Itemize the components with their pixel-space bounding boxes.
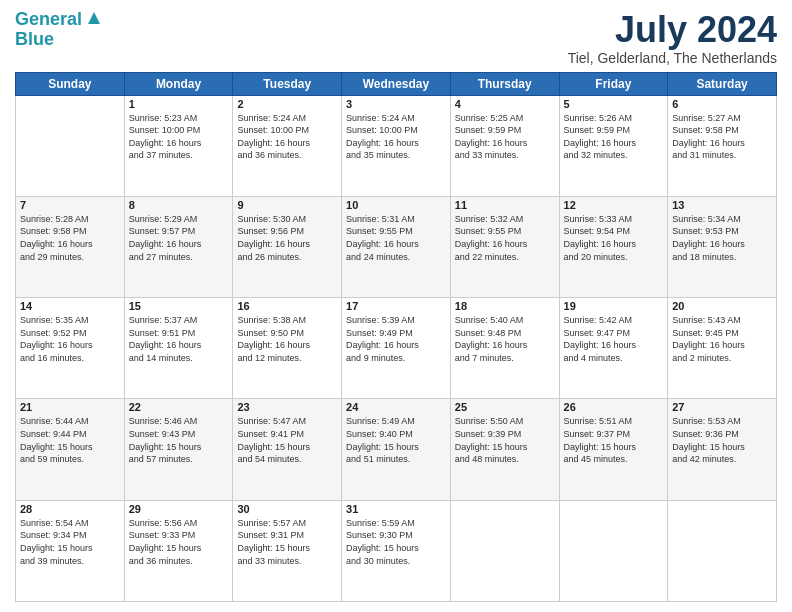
logo: General Blue [15, 10, 104, 50]
week-row-2: 7Sunrise: 5:28 AMSunset: 9:58 PMDaylight… [16, 196, 777, 297]
day-number: 6 [672, 98, 772, 110]
day-number: 25 [455, 401, 555, 413]
day-number: 16 [237, 300, 337, 312]
day-number: 1 [129, 98, 229, 110]
calendar-cell: 8Sunrise: 5:29 AMSunset: 9:57 PMDaylight… [124, 196, 233, 297]
calendar-cell: 1Sunrise: 5:23 AMSunset: 10:00 PMDayligh… [124, 95, 233, 196]
day-info: Sunrise: 5:50 AMSunset: 9:39 PMDaylight:… [455, 415, 555, 465]
calendar-cell: 29Sunrise: 5:56 AMSunset: 9:33 PMDayligh… [124, 500, 233, 601]
day-info: Sunrise: 5:51 AMSunset: 9:37 PMDaylight:… [564, 415, 664, 465]
calendar-cell: 16Sunrise: 5:38 AMSunset: 9:50 PMDayligh… [233, 298, 342, 399]
location: Tiel, Gelderland, The Netherlands [568, 50, 777, 66]
day-number: 29 [129, 503, 229, 515]
day-number: 7 [20, 199, 120, 211]
week-row-3: 14Sunrise: 5:35 AMSunset: 9:52 PMDayligh… [16, 298, 777, 399]
calendar-cell [668, 500, 777, 601]
day-number: 21 [20, 401, 120, 413]
day-number: 26 [564, 401, 664, 413]
calendar-cell: 31Sunrise: 5:59 AMSunset: 9:30 PMDayligh… [342, 500, 451, 601]
day-number: 18 [455, 300, 555, 312]
calendar-cell: 22Sunrise: 5:46 AMSunset: 9:43 PMDayligh… [124, 399, 233, 500]
day-info: Sunrise: 5:42 AMSunset: 9:47 PMDaylight:… [564, 314, 664, 364]
day-number: 23 [237, 401, 337, 413]
day-header-thursday: Thursday [450, 72, 559, 95]
calendar-cell: 5Sunrise: 5:26 AMSunset: 9:59 PMDaylight… [559, 95, 668, 196]
day-info: Sunrise: 5:47 AMSunset: 9:41 PMDaylight:… [237, 415, 337, 465]
calendar-cell: 13Sunrise: 5:34 AMSunset: 9:53 PMDayligh… [668, 196, 777, 297]
day-number: 15 [129, 300, 229, 312]
day-info: Sunrise: 5:33 AMSunset: 9:54 PMDaylight:… [564, 213, 664, 263]
day-number: 10 [346, 199, 446, 211]
day-header-wednesday: Wednesday [342, 72, 451, 95]
day-number: 5 [564, 98, 664, 110]
calendar-cell: 24Sunrise: 5:49 AMSunset: 9:40 PMDayligh… [342, 399, 451, 500]
calendar-table: SundayMondayTuesdayWednesdayThursdayFrid… [15, 72, 777, 602]
calendar-cell: 14Sunrise: 5:35 AMSunset: 9:52 PMDayligh… [16, 298, 125, 399]
day-number: 9 [237, 199, 337, 211]
day-info: Sunrise: 5:25 AMSunset: 9:59 PMDaylight:… [455, 112, 555, 162]
day-header-monday: Monday [124, 72, 233, 95]
day-info: Sunrise: 5:29 AMSunset: 9:57 PMDaylight:… [129, 213, 229, 263]
calendar-cell: 11Sunrise: 5:32 AMSunset: 9:55 PMDayligh… [450, 196, 559, 297]
month-title: July 2024 [568, 10, 777, 50]
calendar-cell [450, 500, 559, 601]
day-info: Sunrise: 5:23 AMSunset: 10:00 PMDaylight… [129, 112, 229, 162]
day-header-sunday: Sunday [16, 72, 125, 95]
week-row-1: 1Sunrise: 5:23 AMSunset: 10:00 PMDayligh… [16, 95, 777, 196]
day-info: Sunrise: 5:54 AMSunset: 9:34 PMDaylight:… [20, 517, 120, 567]
logo-blue-text: Blue [15, 30, 54, 50]
calendar-cell: 30Sunrise: 5:57 AMSunset: 9:31 PMDayligh… [233, 500, 342, 601]
calendar-cell: 21Sunrise: 5:44 AMSunset: 9:44 PMDayligh… [16, 399, 125, 500]
calendar-cell: 10Sunrise: 5:31 AMSunset: 9:55 PMDayligh… [342, 196, 451, 297]
day-info: Sunrise: 5:35 AMSunset: 9:52 PMDaylight:… [20, 314, 120, 364]
day-info: Sunrise: 5:49 AMSunset: 9:40 PMDaylight:… [346, 415, 446, 465]
day-info: Sunrise: 5:31 AMSunset: 9:55 PMDaylight:… [346, 213, 446, 263]
day-number: 24 [346, 401, 446, 413]
day-info: Sunrise: 5:46 AMSunset: 9:43 PMDaylight:… [129, 415, 229, 465]
calendar-cell: 4Sunrise: 5:25 AMSunset: 9:59 PMDaylight… [450, 95, 559, 196]
day-number: 27 [672, 401, 772, 413]
calendar-cell: 19Sunrise: 5:42 AMSunset: 9:47 PMDayligh… [559, 298, 668, 399]
day-info: Sunrise: 5:39 AMSunset: 9:49 PMDaylight:… [346, 314, 446, 364]
day-info: Sunrise: 5:30 AMSunset: 9:56 PMDaylight:… [237, 213, 337, 263]
day-header-saturday: Saturday [668, 72, 777, 95]
day-number: 13 [672, 199, 772, 211]
day-number: 28 [20, 503, 120, 515]
day-info: Sunrise: 5:59 AMSunset: 9:30 PMDaylight:… [346, 517, 446, 567]
day-info: Sunrise: 5:26 AMSunset: 9:59 PMDaylight:… [564, 112, 664, 162]
day-info: Sunrise: 5:43 AMSunset: 9:45 PMDaylight:… [672, 314, 772, 364]
calendar-cell [559, 500, 668, 601]
calendar-cell: 23Sunrise: 5:47 AMSunset: 9:41 PMDayligh… [233, 399, 342, 500]
day-number: 2 [237, 98, 337, 110]
day-info: Sunrise: 5:38 AMSunset: 9:50 PMDaylight:… [237, 314, 337, 364]
day-number: 12 [564, 199, 664, 211]
day-info: Sunrise: 5:40 AMSunset: 9:48 PMDaylight:… [455, 314, 555, 364]
week-row-4: 21Sunrise: 5:44 AMSunset: 9:44 PMDayligh… [16, 399, 777, 500]
day-header-tuesday: Tuesday [233, 72, 342, 95]
day-info: Sunrise: 5:57 AMSunset: 9:31 PMDaylight:… [237, 517, 337, 567]
day-number: 3 [346, 98, 446, 110]
calendar-cell: 2Sunrise: 5:24 AMSunset: 10:00 PMDayligh… [233, 95, 342, 196]
calendar-cell: 9Sunrise: 5:30 AMSunset: 9:56 PMDaylight… [233, 196, 342, 297]
day-number: 31 [346, 503, 446, 515]
day-info: Sunrise: 5:24 AMSunset: 10:00 PMDaylight… [237, 112, 337, 162]
svg-marker-0 [88, 12, 100, 24]
days-header-row: SundayMondayTuesdayWednesdayThursdayFrid… [16, 72, 777, 95]
day-info: Sunrise: 5:32 AMSunset: 9:55 PMDaylight:… [455, 213, 555, 263]
calendar-cell: 17Sunrise: 5:39 AMSunset: 9:49 PMDayligh… [342, 298, 451, 399]
calendar-cell: 26Sunrise: 5:51 AMSunset: 9:37 PMDayligh… [559, 399, 668, 500]
calendar-cell: 6Sunrise: 5:27 AMSunset: 9:58 PMDaylight… [668, 95, 777, 196]
page: General Blue July 2024 Tiel, Gelderland,… [0, 0, 792, 612]
day-info: Sunrise: 5:53 AMSunset: 9:36 PMDaylight:… [672, 415, 772, 465]
calendar-cell: 28Sunrise: 5:54 AMSunset: 9:34 PMDayligh… [16, 500, 125, 601]
day-info: Sunrise: 5:28 AMSunset: 9:58 PMDaylight:… [20, 213, 120, 263]
calendar-cell: 15Sunrise: 5:37 AMSunset: 9:51 PMDayligh… [124, 298, 233, 399]
day-info: Sunrise: 5:44 AMSunset: 9:44 PMDaylight:… [20, 415, 120, 465]
day-number: 11 [455, 199, 555, 211]
logo-arrow-icon [84, 8, 104, 28]
calendar-cell: 20Sunrise: 5:43 AMSunset: 9:45 PMDayligh… [668, 298, 777, 399]
day-number: 8 [129, 199, 229, 211]
day-number: 17 [346, 300, 446, 312]
day-number: 14 [20, 300, 120, 312]
day-header-friday: Friday [559, 72, 668, 95]
